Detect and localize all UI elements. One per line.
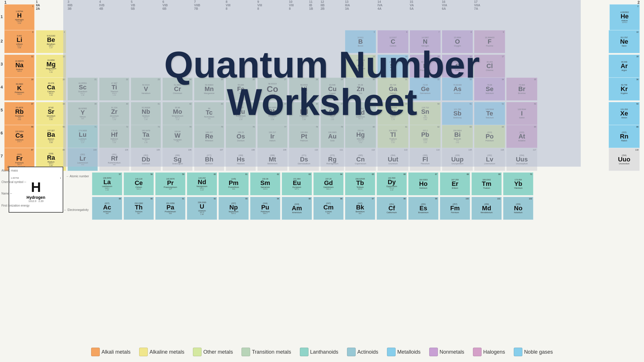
legend-label-nonmetals: Nonmetals [440,349,464,355]
legend-lanthanoids: Lanthanoids [300,348,338,356]
element-Sg: (266) 106 Sg Seaborgium [162,148,193,171]
legend-metalloids: Metalloids [387,348,421,356]
element-Bi: 208.9804 83 Bi Bismuth 703 2.02 [442,125,473,148]
element-Cd: 112.411 48 Cd Cadmium 867.8 [345,102,376,125]
element-Tc: 98 43 Tc Technetium 702 [194,102,224,125]
group-7-label: 17VIIA7A [474,0,480,10]
element-Hg: 200.59 80 Hg Mercury 1007.1 1.62 [345,125,376,148]
legend-color-noble [514,348,522,356]
period-1: 1 [1,14,3,19]
element-Yb: 173.054 70 Yb Ytterbium [503,172,533,195]
legend-alkali: Alkali metals [91,348,131,356]
periodic-table: 1.00794 1 H Hydrogen 1312.0 2.20 4.00260… [0,0,644,362]
element-Y: 88.90585 39 Y Yttrium 600 [68,102,98,125]
period-2: 2 [1,39,3,43]
period-3: 3 [1,62,3,66]
group-4-label: 14IVA4A [377,0,383,10]
element-Uus: (294) 117 Uus Ununseptium [506,148,537,171]
element-Os: 190.23 76 Os Osmium [226,125,256,148]
element-Ar: 39.948 18 Ar Argon [609,55,640,78]
element-Ho: 164.9303 67 Ho Holmium [408,172,438,195]
legend-color-nonmetals [429,348,438,356]
element-Ce: 140.116 58 Ce Cerium 534.2 [124,172,154,195]
element-Tl: 204.3833 81 Tl Thallium 589.4 2.33 [377,125,409,148]
legend-transition: Transition metals [241,348,291,356]
element-Cr: 51.9962 24 Cr Chromium [162,78,193,101]
element-Sr: 87.62 38 Sr Strontium 549.5 0.95 [36,102,66,125]
element-Mo: 95.96 42 Mo Molybdenum 684.3 2.16 [162,102,193,125]
legend-actinoids: Actinoids [347,348,378,356]
element-Re: 186.207 75 Re Rhenium [194,125,224,148]
element-Th: 232.0380 90 Th Thorium 587 [124,197,154,220]
element-Ga: 69.723 31 Ga Gallium [377,78,409,101]
element-Eu: 151.964 63 Eu Europium 547.1 [282,172,312,195]
legend-color-actinoids [347,348,356,356]
element-As: 74.92160 33 As Arsenic [442,78,473,101]
legend-halogens: Halogens [473,348,505,356]
element-Ca: 40.078 20 Ca Calcium 589.8 1.00 [36,78,66,101]
element-Pa: 231.0358 91 Pa Protactinium 568 [155,197,185,220]
legend-label-alkaline: Alkaline metals [150,349,184,355]
element-No: (259) 102 No Nobelium [503,197,533,220]
legend-label-alkali: Alkali metals [101,349,131,355]
element-Tm: 168.9342 69 Tm Thulium [471,172,502,195]
element-Ag: 107.8682 47 Ag Silver 731 1.93 [321,102,344,125]
element-Zr: 91.224 40 Zr Zirconium 640.1 1.33 [99,102,129,125]
element-Fm: (257) 100 Fm Fermium [440,197,470,220]
element-Pr: 140.9076 59 Pr Praseodymium 527 [155,172,185,195]
legend-color-other-metals [193,348,202,356]
viii3-label: 10VIII8 [289,0,294,10]
group-2-label: 1IIA2A [36,0,40,10]
element-Ne: 20.1797 10 Ne Neon [609,30,640,53]
legend-label-other-metals: Other metals [203,349,233,355]
legend-color-halogens [473,348,482,356]
element-Mn: 54.93804 25 Mn Manganese [194,78,224,101]
element-Ge: 72.64 32 Ge Germanium [410,78,441,101]
element-Ds: (271) 110 Ds Darmstadtium [289,148,319,171]
legend-other-metals: Other metals [193,348,233,356]
element-Md: (258) 101 Md Mendelevium [471,197,502,220]
element-Lu: 174.9668 71 Lu Lutetium 523.5 1.27 [68,125,98,148]
element-Bh: (277) 107 Bh Bohrium [194,148,224,171]
element-Po: (210) 84 Po Polonium [474,125,505,148]
element-Lv: (292) 116 Lv Livermorium [474,148,505,171]
element-Li: 6.941 3 Li Lithium 520.2 0.98 [4,30,34,53]
element-Zn: 65.38 30 Zn Zinc [345,78,376,101]
group-18-label: 2 [637,0,640,5]
element-Cf: (251) 98 Cf Californium [377,197,407,220]
element-Br: 79.904 35 Br Bromine [506,78,537,101]
legend-color-metalloids [387,348,396,356]
element-Am: (243) 95 Am Americium [282,197,312,220]
element-Bk: (247) 97 Bk Berkelium 601 [345,197,375,220]
element-Ir: 192.217 77 Ir Iridium [257,125,288,148]
group-1-label: 1 [4,0,7,5]
element-Be: 9.012182 4 Be Beryllium 899.5 1.57 [36,30,66,53]
element-Dy: 162.500 66 Dy Dysprosium 573.0 1.22 [377,172,407,195]
element-Cm: (247) 96 Cm Curium 581 [313,197,344,220]
element-Rf: (261) 104 Rf Rutherfordium 580 [99,148,129,171]
legend-alkaline: Alkaline metals [139,348,184,356]
element-Ni: 58.6934 28 Ni Nickel [289,78,319,101]
element-Ti: 47.867 22 Ti Titanium 658.8 1.54 [99,78,129,101]
viib-label: 7VIIB7B [194,0,200,10]
element-Lr: (262) 103 Lr Lawrencium 470 [68,148,98,171]
legend: Alkali metals Alkaline metals Other meta… [0,348,644,356]
element-Rb: 85.4678 37 Rb Rubidium 403 0.82 [4,102,34,125]
element-P: 30.97376 15 P Phosphorus [410,55,441,78]
element-B: 10.811 5 B Boron [345,30,376,53]
element-Pt: 195.084 78 Pt Platinum [289,125,319,148]
element-Na: 22.98976 11 Na Sodium 495.8 [4,55,34,78]
element-Pb: 207.2 82 Pb Lead 715.6 2.33 [410,125,441,148]
element-In: 114.818 49 In Indium 558.3 1.78 [377,102,409,125]
element-Si: 28.0855 14 Si Silicon [377,55,409,78]
iib-label: 12IIB2B [321,0,325,10]
element-Es: (252) 99 Es Einsteinium [408,197,438,220]
element-Kr: 83.798 36 Kr Krypton [609,78,640,101]
legend-label-transition: Transition metals [252,349,291,355]
element-Ru: 101.07 44 Ru Ruthenium 710.2 2.20 [226,102,256,125]
element-C: 12.0107 6 C Carbon [377,30,409,53]
viii2-label: 9VIII8 [257,0,262,10]
element-Mg: 24.3050 12 Mg Magnesium 737.7 1.31 [36,55,66,78]
element-Mt: (268) 109 Mt Meitnerium [257,148,288,171]
viii1-label: 8VIII8 [226,0,231,10]
